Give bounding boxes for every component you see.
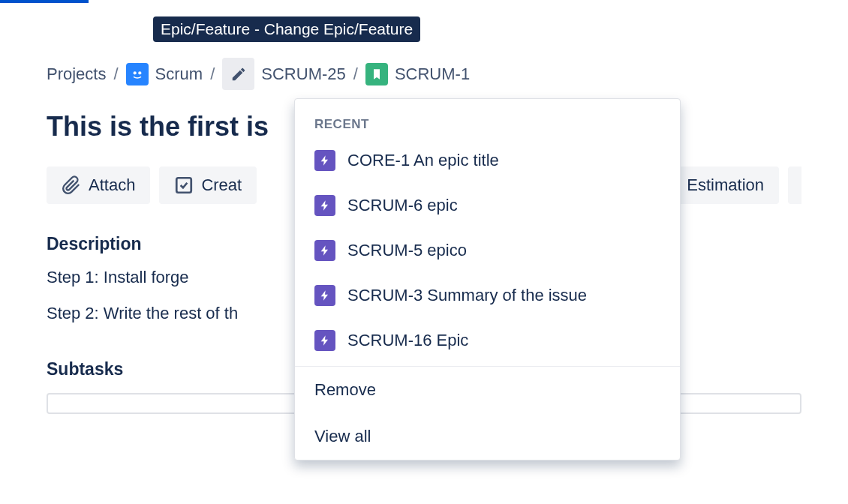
epic-icon xyxy=(314,195,335,216)
breadcrumb-project-label: Scrum xyxy=(155,64,203,84)
breadcrumb-separator: / xyxy=(210,64,215,84)
attach-label: Attach xyxy=(89,176,135,195)
dropdown-item[interactable]: SCRUM-3 Summary of the issue xyxy=(295,273,680,318)
breadcrumb-issue[interactable]: SCRUM-1 xyxy=(365,63,470,86)
epic-icon xyxy=(314,285,335,306)
breadcrumb-projects[interactable]: Projects xyxy=(47,64,106,84)
epic-change-tooltip: Epic/Feature - Change Epic/Feature xyxy=(153,16,420,42)
epic-icon xyxy=(314,150,335,171)
dropdown-item[interactable]: CORE-1 An epic title xyxy=(295,138,680,183)
create-label: Creat xyxy=(201,176,242,195)
svg-point-1 xyxy=(138,71,141,74)
dropdown-item[interactable]: SCRUM-6 epic xyxy=(295,183,680,228)
breadcrumb-parent-label: SCRUM-25 xyxy=(261,64,345,84)
breadcrumb-separator: / xyxy=(353,64,358,84)
loading-bar xyxy=(0,0,89,3)
dropdown-item[interactable]: SCRUM-5 epico xyxy=(295,228,680,273)
dropdown-item-label: SCRUM-3 Summary of the issue xyxy=(347,286,587,305)
breadcrumb-separator: / xyxy=(113,64,118,84)
attach-icon xyxy=(62,176,81,195)
attach-button[interactable]: Attach xyxy=(47,166,150,204)
action-overflow[interactable] xyxy=(788,166,801,204)
dropdown-view-all[interactable]: View all xyxy=(295,413,680,460)
epic-icon xyxy=(314,240,335,261)
estimation-label: Estimation xyxy=(687,176,764,195)
breadcrumb: Projects / Scrum / SCRUM-25 / SCRUM-1 xyxy=(47,58,801,90)
dropdown-item[interactable]: SCRUM-16 Epic xyxy=(295,318,680,363)
dropdown-item-label: SCRUM-16 Epic xyxy=(347,331,468,350)
dropdown-remove[interactable]: Remove xyxy=(295,367,680,413)
epic-icon xyxy=(314,330,335,351)
dropdown-recent-label: RECENT xyxy=(295,99,680,138)
svg-point-0 xyxy=(133,71,136,74)
dropdown-item-label: SCRUM-6 epic xyxy=(347,196,458,215)
breadcrumb-parent[interactable]: SCRUM-25 xyxy=(222,58,345,90)
story-icon xyxy=(365,63,388,86)
edit-icon[interactable] xyxy=(222,58,254,90)
epic-dropdown: RECENT CORE-1 An epic title SCRUM-6 epic… xyxy=(294,98,681,460)
breadcrumb-project[interactable]: Scrum xyxy=(126,63,203,86)
create-button[interactable]: Creat xyxy=(159,166,257,204)
subtask-icon xyxy=(174,176,194,195)
dropdown-item-label: SCRUM-5 epico xyxy=(347,241,467,260)
project-icon xyxy=(126,63,149,86)
dropdown-item-label: CORE-1 An epic title xyxy=(347,151,499,170)
breadcrumb-issue-label: SCRUM-1 xyxy=(395,64,470,84)
